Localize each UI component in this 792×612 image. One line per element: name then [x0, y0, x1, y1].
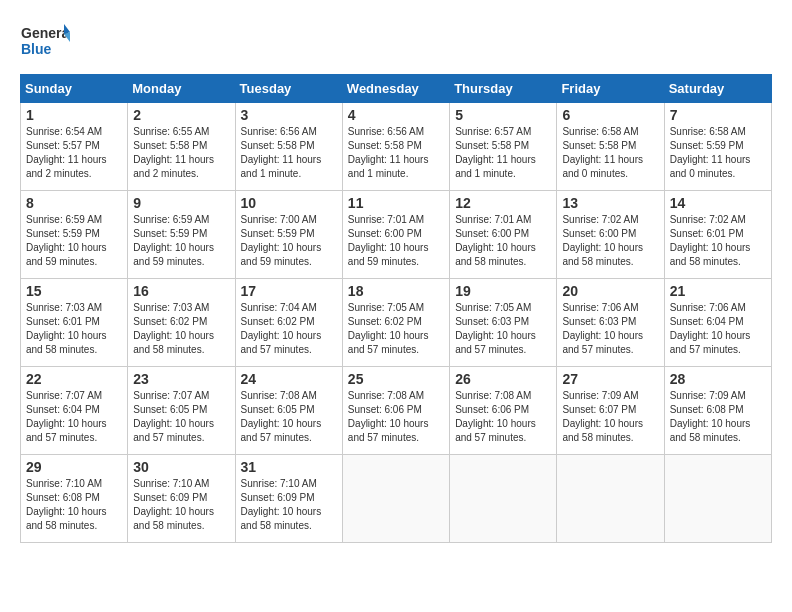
day-number: 7 [670, 107, 766, 123]
day-info: Sunrise: 7:06 AMSunset: 6:04 PMDaylight:… [670, 301, 766, 357]
calendar-cell [664, 455, 771, 543]
day-info: Sunrise: 7:06 AMSunset: 6:03 PMDaylight:… [562, 301, 658, 357]
day-info: Sunrise: 7:09 AMSunset: 6:08 PMDaylight:… [670, 389, 766, 445]
day-number: 19 [455, 283, 551, 299]
calendar-cell: 3Sunrise: 6:56 AMSunset: 5:58 PMDaylight… [235, 103, 342, 191]
day-info: Sunrise: 7:08 AMSunset: 6:05 PMDaylight:… [241, 389, 337, 445]
day-info: Sunrise: 7:08 AMSunset: 6:06 PMDaylight:… [455, 389, 551, 445]
calendar-cell: 13Sunrise: 7:02 AMSunset: 6:00 PMDayligh… [557, 191, 664, 279]
day-number: 26 [455, 371, 551, 387]
day-number: 13 [562, 195, 658, 211]
day-number: 27 [562, 371, 658, 387]
day-info: Sunrise: 6:59 AMSunset: 5:59 PMDaylight:… [133, 213, 229, 269]
day-info: Sunrise: 7:07 AMSunset: 6:04 PMDaylight:… [26, 389, 122, 445]
weekday-header-sunday: Sunday [21, 75, 128, 103]
day-info: Sunrise: 7:02 AMSunset: 6:01 PMDaylight:… [670, 213, 766, 269]
day-info: Sunrise: 6:58 AMSunset: 5:58 PMDaylight:… [562, 125, 658, 181]
weekday-header-tuesday: Tuesday [235, 75, 342, 103]
weekday-header-saturday: Saturday [664, 75, 771, 103]
calendar-cell: 2Sunrise: 6:55 AMSunset: 5:58 PMDaylight… [128, 103, 235, 191]
svg-text:Blue: Blue [21, 41, 52, 57]
calendar-cell: 11Sunrise: 7:01 AMSunset: 6:00 PMDayligh… [342, 191, 449, 279]
svg-text:General: General [21, 25, 70, 41]
calendar-cell: 9Sunrise: 6:59 AMSunset: 5:59 PMDaylight… [128, 191, 235, 279]
day-number: 11 [348, 195, 444, 211]
day-number: 4 [348, 107, 444, 123]
calendar-cell: 25Sunrise: 7:08 AMSunset: 6:06 PMDayligh… [342, 367, 449, 455]
day-number: 14 [670, 195, 766, 211]
day-number: 10 [241, 195, 337, 211]
calendar-table: SundayMondayTuesdayWednesdayThursdayFrid… [20, 74, 772, 543]
week-row-4: 22Sunrise: 7:07 AMSunset: 6:04 PMDayligh… [21, 367, 772, 455]
day-info: Sunrise: 7:08 AMSunset: 6:06 PMDaylight:… [348, 389, 444, 445]
weekday-header-thursday: Thursday [450, 75, 557, 103]
day-info: Sunrise: 7:07 AMSunset: 6:05 PMDaylight:… [133, 389, 229, 445]
day-info: Sunrise: 6:57 AMSunset: 5:58 PMDaylight:… [455, 125, 551, 181]
calendar-cell: 31Sunrise: 7:10 AMSunset: 6:09 PMDayligh… [235, 455, 342, 543]
day-number: 28 [670, 371, 766, 387]
day-info: Sunrise: 7:03 AMSunset: 6:02 PMDaylight:… [133, 301, 229, 357]
day-info: Sunrise: 7:10 AMSunset: 6:08 PMDaylight:… [26, 477, 122, 533]
day-info: Sunrise: 7:09 AMSunset: 6:07 PMDaylight:… [562, 389, 658, 445]
week-row-2: 8Sunrise: 6:59 AMSunset: 5:59 PMDaylight… [21, 191, 772, 279]
day-number: 22 [26, 371, 122, 387]
calendar-cell: 15Sunrise: 7:03 AMSunset: 6:01 PMDayligh… [21, 279, 128, 367]
calendar-cell: 17Sunrise: 7:04 AMSunset: 6:02 PMDayligh… [235, 279, 342, 367]
calendar-cell: 16Sunrise: 7:03 AMSunset: 6:02 PMDayligh… [128, 279, 235, 367]
day-number: 5 [455, 107, 551, 123]
day-number: 2 [133, 107, 229, 123]
day-number: 31 [241, 459, 337, 475]
logo-bird-icon: General Blue [20, 20, 70, 64]
calendar-cell: 14Sunrise: 7:02 AMSunset: 6:01 PMDayligh… [664, 191, 771, 279]
day-info: Sunrise: 6:56 AMSunset: 5:58 PMDaylight:… [348, 125, 444, 181]
calendar-cell: 21Sunrise: 7:06 AMSunset: 6:04 PMDayligh… [664, 279, 771, 367]
day-number: 23 [133, 371, 229, 387]
day-number: 6 [562, 107, 658, 123]
weekday-header-monday: Monday [128, 75, 235, 103]
calendar-cell [557, 455, 664, 543]
calendar-cell: 29Sunrise: 7:10 AMSunset: 6:08 PMDayligh… [21, 455, 128, 543]
calendar-cell: 20Sunrise: 7:06 AMSunset: 6:03 PMDayligh… [557, 279, 664, 367]
day-info: Sunrise: 7:01 AMSunset: 6:00 PMDaylight:… [455, 213, 551, 269]
week-row-1: 1Sunrise: 6:54 AMSunset: 5:57 PMDaylight… [21, 103, 772, 191]
weekday-header-wednesday: Wednesday [342, 75, 449, 103]
calendar-cell: 19Sunrise: 7:05 AMSunset: 6:03 PMDayligh… [450, 279, 557, 367]
calendar-cell: 28Sunrise: 7:09 AMSunset: 6:08 PMDayligh… [664, 367, 771, 455]
calendar-cell: 24Sunrise: 7:08 AMSunset: 6:05 PMDayligh… [235, 367, 342, 455]
day-number: 12 [455, 195, 551, 211]
calendar-cell: 7Sunrise: 6:58 AMSunset: 5:59 PMDaylight… [664, 103, 771, 191]
calendar-cell: 23Sunrise: 7:07 AMSunset: 6:05 PMDayligh… [128, 367, 235, 455]
day-info: Sunrise: 7:02 AMSunset: 6:00 PMDaylight:… [562, 213, 658, 269]
page-header: General Blue [20, 20, 772, 64]
day-number: 8 [26, 195, 122, 211]
day-info: Sunrise: 7:10 AMSunset: 6:09 PMDaylight:… [133, 477, 229, 533]
weekday-header-friday: Friday [557, 75, 664, 103]
calendar-cell [342, 455, 449, 543]
calendar-cell: 26Sunrise: 7:08 AMSunset: 6:06 PMDayligh… [450, 367, 557, 455]
day-info: Sunrise: 7:05 AMSunset: 6:02 PMDaylight:… [348, 301, 444, 357]
day-info: Sunrise: 6:58 AMSunset: 5:59 PMDaylight:… [670, 125, 766, 181]
calendar-cell [450, 455, 557, 543]
calendar-cell: 6Sunrise: 6:58 AMSunset: 5:58 PMDaylight… [557, 103, 664, 191]
day-number: 20 [562, 283, 658, 299]
day-info: Sunrise: 6:56 AMSunset: 5:58 PMDaylight:… [241, 125, 337, 181]
calendar-cell: 22Sunrise: 7:07 AMSunset: 6:04 PMDayligh… [21, 367, 128, 455]
day-number: 24 [241, 371, 337, 387]
day-info: Sunrise: 7:04 AMSunset: 6:02 PMDaylight:… [241, 301, 337, 357]
day-info: Sunrise: 6:59 AMSunset: 5:59 PMDaylight:… [26, 213, 122, 269]
logo: General Blue [20, 20, 70, 64]
calendar-cell: 30Sunrise: 7:10 AMSunset: 6:09 PMDayligh… [128, 455, 235, 543]
day-number: 30 [133, 459, 229, 475]
day-info: Sunrise: 7:03 AMSunset: 6:01 PMDaylight:… [26, 301, 122, 357]
calendar-cell: 10Sunrise: 7:00 AMSunset: 5:59 PMDayligh… [235, 191, 342, 279]
calendar-cell: 1Sunrise: 6:54 AMSunset: 5:57 PMDaylight… [21, 103, 128, 191]
day-number: 16 [133, 283, 229, 299]
day-number: 9 [133, 195, 229, 211]
day-info: Sunrise: 7:10 AMSunset: 6:09 PMDaylight:… [241, 477, 337, 533]
week-row-5: 29Sunrise: 7:10 AMSunset: 6:08 PMDayligh… [21, 455, 772, 543]
day-info: Sunrise: 6:55 AMSunset: 5:58 PMDaylight:… [133, 125, 229, 181]
day-number: 3 [241, 107, 337, 123]
day-number: 15 [26, 283, 122, 299]
weekday-header-row: SundayMondayTuesdayWednesdayThursdayFrid… [21, 75, 772, 103]
day-info: Sunrise: 7:00 AMSunset: 5:59 PMDaylight:… [241, 213, 337, 269]
